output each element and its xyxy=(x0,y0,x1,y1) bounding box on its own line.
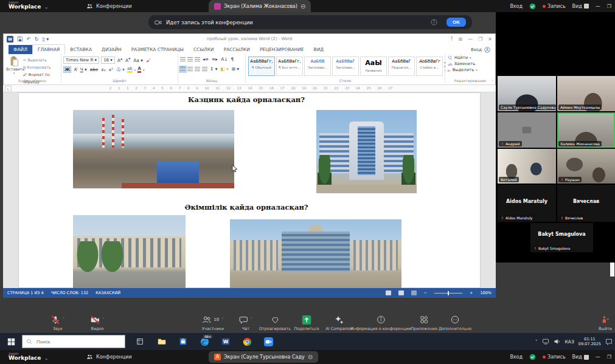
ai-companion-button[interactable]: AI Companion xyxy=(325,315,353,331)
shrink-font-button[interactable]: А▼ xyxy=(125,57,131,63)
copy-button[interactable]: ⧉ Копировать xyxy=(23,64,61,71)
zoom-slider-thumb[interactable] xyxy=(448,291,449,295)
edge-button[interactable]: 99+ xyxy=(196,333,213,350)
status-word-count[interactable]: ЧИСЛО СЛОВ: 132 xyxy=(51,290,89,295)
minimize-button[interactable]: — xyxy=(596,4,600,9)
ok-button[interactable]: OK xyxy=(446,18,466,27)
select-button[interactable]: ▻Выделить▾ xyxy=(448,67,495,72)
taskbar-search[interactable] xyxy=(22,335,125,348)
redo-icon[interactable]: ↻ xyxy=(35,36,39,42)
chat-chevron[interactable]: ˄ xyxy=(251,317,253,322)
print-layout-icon[interactable] xyxy=(398,290,404,295)
bold-button[interactable]: Ж xyxy=(63,66,71,73)
help-button[interactable]: ? xyxy=(450,36,453,42)
tab-selector-icon[interactable]: L xyxy=(5,86,12,92)
paste-button[interactable]: Вставить ▾ xyxy=(6,56,22,75)
find-button[interactable]: Найти▾ xyxy=(448,55,495,60)
photo-industrial-plant[interactable] xyxy=(73,110,234,188)
style-no-spacing[interactable]: АаБбВвГг,¶ Без инте... xyxy=(276,57,303,76)
video-tile-bakyt[interactable]: Bakyt Smagulova Bakyt Smagulova xyxy=(530,223,593,252)
ribbon-options-button[interactable]: ⊞ xyxy=(458,36,462,42)
minimize-button[interactable]: — xyxy=(596,354,600,360)
zoom-slider[interactable] xyxy=(434,293,462,294)
action-center-icon[interactable] xyxy=(605,338,613,345)
align-left-button[interactable] xyxy=(180,67,186,72)
font-size-select[interactable]: 16 ▾ xyxy=(101,57,115,64)
tab-page-layout[interactable]: РАЗМЕТКА СТРАНИЦЫ xyxy=(127,45,189,54)
language-indicator[interactable]: КАЗ xyxy=(565,339,574,345)
zoom-taskbar-button[interactable] xyxy=(260,333,277,350)
word-signin[interactable]: Вход xyxy=(471,47,490,54)
horizontal-ruler[interactable]: L 2 1 1 2 3 4 5 6 7 8 9 10 11 12 13 14 1… xyxy=(3,85,496,92)
underline-button[interactable]: Ч ▾ xyxy=(80,67,88,72)
store-button[interactable] xyxy=(175,333,192,350)
tab-insert[interactable]: ВСТАВКА xyxy=(65,45,97,54)
taskbar-clock[interactable]: 01:11 09.07.2025 xyxy=(579,337,601,347)
zoom-percent[interactable]: 100% xyxy=(480,290,492,295)
collapse-ribbon-button[interactable]: ˄ xyxy=(492,79,493,83)
photo-office-building[interactable] xyxy=(316,110,417,193)
undo-icon[interactable]: ↶ xyxy=(27,36,31,42)
search-input[interactable] xyxy=(35,338,111,345)
volume-icon[interactable] xyxy=(554,338,561,345)
network-icon[interactable] xyxy=(542,338,549,345)
video-tile-andrey[interactable]: Андрей xyxy=(498,112,556,148)
change-case-button[interactable]: Аа ▾ xyxy=(133,58,144,63)
screen-share-tab-bottom[interactable]: A Экран (Сауле Турсыновна Саду ⊖ xyxy=(209,351,318,363)
cursor-mode-icon[interactable]: ▯ ▾ xyxy=(42,36,49,42)
video-tile-vyacheslav[interactable]: Вячеслав Вячеслав xyxy=(557,185,615,222)
show-marks-button[interactable]: ¶ xyxy=(231,57,235,62)
tab-file[interactable]: ФАЙЛ xyxy=(9,45,32,54)
task-view-button[interactable] xyxy=(131,333,148,350)
video-button[interactable]: ˄ Видео xyxy=(90,315,105,331)
decrease-indent-button[interactable]: ◂≡ xyxy=(202,57,209,62)
view-button[interactable]: Вид xyxy=(572,354,589,360)
read-mode-icon[interactable] xyxy=(386,290,391,295)
conferences-tab[interactable]: Конференции xyxy=(86,0,132,12)
more-button[interactable]: Дополнительно xyxy=(439,315,471,331)
style-title[interactable]: АаЫНазвание xyxy=(360,57,387,76)
chat-button[interactable]: ˄ Чат xyxy=(239,315,253,331)
font-color-button[interactable]: А xyxy=(137,66,141,73)
multilevel-list-button[interactable] xyxy=(195,57,200,62)
font-name-select[interactable]: Times New R ▾ xyxy=(63,57,99,64)
style-subtitle[interactable]: АаБбВвГПодзагол... xyxy=(388,57,415,76)
chrome-button[interactable] xyxy=(238,333,255,350)
video-tile-raushan[interactable]: Раушан xyxy=(557,149,615,184)
cut-button[interactable]: ✂ Вырезать xyxy=(23,57,61,64)
video-tile-aidos[interactable]: Aidos Maratuly Aidos Maratuly xyxy=(498,185,556,222)
tab-design[interactable]: ДИЗАЙН xyxy=(97,45,127,54)
status-language[interactable]: КАЗАХСКИЙ xyxy=(96,290,120,295)
tab-home[interactable]: ГЛАВНАЯ xyxy=(32,44,65,54)
recording-indicator[interactable]: Запись xyxy=(543,4,566,9)
photo-government-building[interactable] xyxy=(230,219,401,288)
tab-view[interactable]: ВИД xyxy=(309,45,329,54)
signin-link[interactable]: Вход xyxy=(510,354,523,360)
align-right-button[interactable] xyxy=(195,67,200,72)
subscript-button[interactable]: x₂ xyxy=(100,67,106,72)
text-effects-button[interactable]: Ⓐ ▾ xyxy=(116,67,125,73)
save-icon[interactable] xyxy=(17,36,23,42)
style-subtle[interactable]: АоБбВвГгСлабое в... xyxy=(416,57,443,76)
hidden-icons-chevron[interactable]: ˄ xyxy=(535,339,538,345)
web-layout-icon[interactable] xyxy=(411,290,417,295)
word-restore-button[interactable]: ❐ xyxy=(478,36,482,42)
recording-indicator[interactable]: Запись xyxy=(543,354,566,360)
superscript-button[interactable]: x² xyxy=(108,67,114,72)
video-tile-vitaliy[interactable]: Виталий xyxy=(498,149,556,184)
word-minimize-button[interactable]: — xyxy=(468,36,473,42)
sort-button[interactable]: А↓ xyxy=(220,57,228,62)
borders-button[interactable]: ⊞ ▾ xyxy=(231,66,240,72)
style-normal[interactable]: АаБбВвГг,¶ Обычный xyxy=(248,57,275,76)
increase-indent-button[interactable]: ≡▸ xyxy=(211,57,218,62)
video-tile-aimen[interactable]: Аймен Моутканқызы xyxy=(557,76,615,111)
screen-share-tab[interactable]: Экран (Халима Жоканасова) ⊖ xyxy=(209,0,311,12)
start-button[interactable] xyxy=(0,333,22,350)
audio-button[interactable]: ˄ Звук xyxy=(51,315,65,331)
signin-link[interactable]: Вход xyxy=(510,4,523,9)
highlight-color-button[interactable]: ab xyxy=(127,67,133,73)
justify-button[interactable] xyxy=(202,67,207,72)
tab-references[interactable]: ССЫЛКИ xyxy=(189,45,219,54)
conferences-tab-bottom[interactable]: Конференции xyxy=(86,350,132,364)
video-tile-saule[interactable]: Сауле Турсыновна Садукова xyxy=(498,76,556,111)
